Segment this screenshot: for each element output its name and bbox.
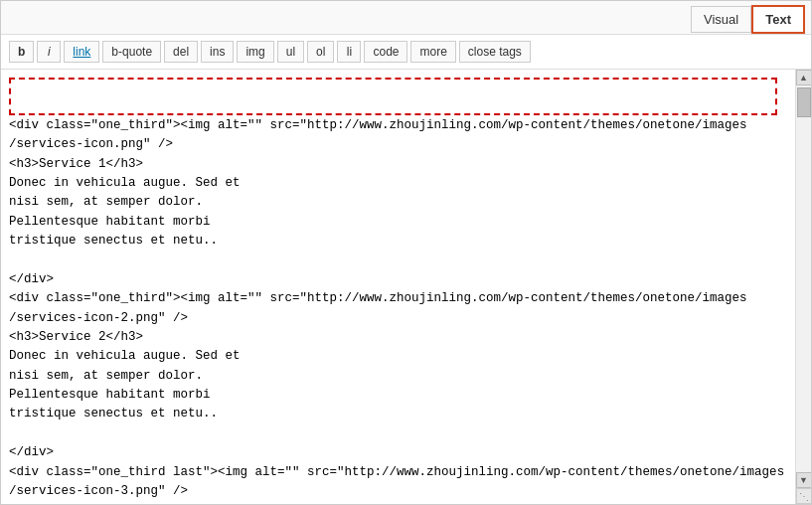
resize-icon: ⋱	[799, 491, 809, 502]
scrollbar-resize-handle[interactable]: ⋱	[796, 488, 812, 504]
text-area-wrapper: <div class="one_third"><img alt="" src="…	[1, 70, 795, 504]
scrollbar-track: ▲ ▼ ⋱	[795, 70, 811, 504]
text-tab[interactable]: Text	[751, 5, 805, 34]
scrollbar-thumb[interactable]	[797, 87, 811, 117]
toolbar-btn-img[interactable]: img	[237, 41, 273, 63]
toolbar-btn-close-tags[interactable]: close tags	[459, 41, 531, 63]
toolbar-btn-code[interactable]: code	[364, 41, 407, 63]
toolbar-btn-del[interactable]: del	[164, 41, 198, 63]
toolbar-btn-li[interactable]: li	[337, 41, 361, 63]
toolbar-btn-ul[interactable]: ul	[277, 41, 304, 63]
editor-body: <div class="one_third"><img alt="" src="…	[1, 70, 811, 504]
visual-tab[interactable]: Visual	[691, 6, 751, 33]
toolbar-btn-ol[interactable]: ol	[307, 41, 334, 63]
scrollbar-down-button[interactable]: ▼	[796, 472, 812, 488]
editor-content[interactable]: <div class="one_third"><img alt="" src="…	[1, 70, 795, 504]
toolbar-btn-ins[interactable]: ins	[201, 41, 234, 63]
toolbar-btn-bquote[interactable]: b-quote	[102, 41, 161, 63]
toolbar-btn-more[interactable]: more	[410, 41, 455, 63]
scrollbar-up-button[interactable]: ▲	[796, 70, 812, 85]
toolbar-btn-i[interactable]: i	[37, 41, 61, 63]
tab-bar: Visual Text	[1, 1, 811, 35]
editor-container: Visual Text b i link b-quote del ins img…	[0, 0, 812, 505]
highlight-border	[9, 78, 777, 115]
toolbar-btn-b[interactable]: b	[9, 41, 34, 63]
toolbar-btn-link[interactable]: link	[64, 41, 99, 63]
toolbar: b i link b-quote del ins img ul ol li co…	[1, 35, 811, 70]
